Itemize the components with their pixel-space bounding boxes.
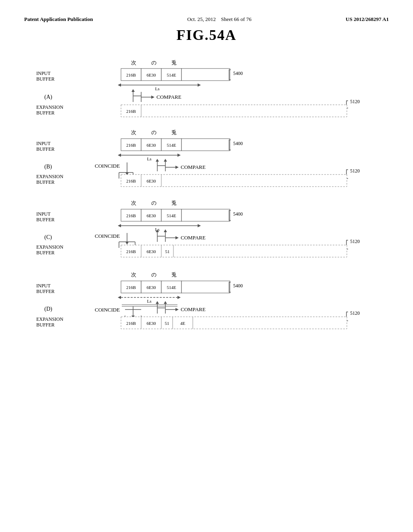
main-diagram: 次 の 兎 INPUT BUFFER 216B 6E30 514E 5400 L… (32, 56, 395, 523)
cell-216b-text-d: 216B (126, 285, 136, 290)
input-label-b: INPUT (36, 141, 51, 146)
header-sheet: Sheet 66 of 76 (221, 16, 251, 22)
compare-arrowhead-d (175, 308, 179, 311)
cell-6e30-text-b: 6E30 (146, 143, 156, 148)
compare-arrowhead-c (175, 236, 179, 239)
ls-arrow-left-a (118, 83, 121, 87)
compare-text-d: COMPARE (181, 306, 206, 312)
input-label-c: INPUT (36, 211, 51, 217)
exp-6e30-b: 6E30 (146, 179, 156, 183)
ref-5120-a: 5120 (350, 99, 360, 104)
exp-51-c: 51 (165, 249, 170, 254)
exp-label-b: EXPANSION (36, 174, 63, 179)
cell-empty-b (181, 139, 230, 151)
cell-6e30-text-c: 6E30 (146, 213, 156, 218)
jp-next-b: 次 (131, 129, 136, 135)
input-label-c2: BUFFER (36, 217, 54, 222)
jp-no-a: の (151, 60, 156, 66)
exp-label-d: EXPANSION (36, 316, 63, 322)
ref-5120-b: 5120 (350, 168, 360, 174)
ref-5120-d: 5120 (350, 310, 360, 316)
jp-next-d: 次 (131, 272, 136, 278)
cell-6e30-text-d: 6E30 (146, 285, 156, 290)
coincide-text-c: COINCIDE (95, 233, 120, 239)
jp-next-a: 次 (131, 60, 136, 66)
exp-label-c2: BUFFER (36, 250, 54, 256)
jp-no-b: の (151, 129, 156, 135)
header-date: Oct. 25, 2012 (187, 16, 216, 22)
jp-no-c: の (151, 200, 156, 206)
ls-arrow-left-c (118, 224, 121, 227)
exp-label-a: EXPANSION (36, 104, 63, 110)
exp-216b-d: 216B (126, 321, 136, 326)
input-label-d: INPUT (36, 283, 51, 289)
ref-5400-c: 5400 (233, 211, 243, 217)
ls-label-b: Ls (147, 156, 152, 161)
jp-usagi-a: 兎 (171, 60, 177, 66)
compare-up2-c (164, 229, 167, 232)
compare-text-a: COMPARE (156, 94, 181, 100)
jp-next-c: 次 (131, 200, 136, 206)
cell-216b-text-a: 216B (126, 73, 136, 77)
cell-empty-d (181, 281, 230, 293)
header-right: US 2012/268297 A1 (346, 16, 389, 23)
ls-arrow-right-a (198, 83, 201, 87)
compare-arrow-head-a (151, 96, 154, 99)
exp-216b-b: 216B (126, 179, 136, 183)
exp-label-b2: BUFFER (36, 179, 54, 185)
panel-label-a: (A) (44, 94, 52, 100)
cell-514e-text-c: 514E (167, 213, 176, 218)
cell-514e-text-b: 514E (167, 143, 176, 148)
ls-arrow-left-b (118, 154, 121, 157)
exp-label-d2: BUFFER (36, 322, 54, 328)
cell-empty-a (181, 69, 230, 81)
ls-arrow-right-b (177, 154, 181, 157)
coincide-down-c (125, 242, 129, 245)
figure-title: FIG.54A (24, 27, 389, 44)
panel-label-c: (C) (44, 234, 52, 241)
cell-514e-text-a: 514E (167, 73, 176, 77)
ls-arrow-left-d (118, 296, 121, 299)
jp-usagi-c: 兎 (171, 200, 177, 206)
cell-empty-c (181, 209, 230, 221)
panel-label-b: (B) (44, 164, 52, 170)
ref-5120-c: 5120 (350, 239, 360, 244)
header: Patent Application Publication Oct. 25, … (24, 16, 389, 23)
exp-6e30-d: 6E30 (146, 321, 156, 326)
coincide-text-d: COINCIDE (95, 307, 120, 313)
compare-text-c: COMPARE (181, 235, 206, 241)
cell-514e-text-d: 514E (167, 285, 176, 290)
compare-up-d (156, 301, 159, 304)
page: Patent Application Publication Oct. 25, … (0, 0, 413, 532)
header-left: Patent Application Publication (24, 16, 93, 23)
exp-216b-c: 216B (126, 249, 136, 254)
jp-usagi-b: 兎 (171, 129, 177, 135)
exp-6e30-c: 6E30 (146, 249, 156, 254)
ls-arrow-right-c (198, 224, 201, 227)
header-center: Oct. 25, 2012 Sheet 66 of 76 (187, 16, 251, 23)
compare-up-arrow-a (131, 89, 135, 92)
ref-5400-d: 5400 (233, 283, 243, 289)
exp-label-c: EXPANSION (36, 244, 63, 250)
compare-up-b (156, 159, 159, 162)
ls-arrow-right-d (177, 296, 181, 299)
cell-216b-text-b: 216B (126, 143, 136, 148)
input-buffer-label-a2: BUFFER (36, 76, 54, 82)
cell-216b-text-c: 216B (126, 213, 136, 218)
exp-51-d: 51 (165, 321, 169, 326)
exp-label-a2: BUFFER (36, 110, 54, 116)
jp-usagi-d: 兎 (171, 272, 177, 278)
compare-up2-b (164, 159, 167, 162)
input-label-b2: BUFFER (36, 146, 54, 152)
input-buffer-label-a: INPUT (36, 71, 51, 76)
compare-up2-d (164, 301, 167, 304)
panel-label-d: (D) (44, 306, 52, 312)
exp-216b-a: 216B (126, 109, 136, 114)
exp-4e-d: 4E (180, 321, 186, 326)
coincide-text-b: COINCIDE (95, 163, 120, 169)
exp-box-a (121, 105, 347, 117)
jp-no-d: の (151, 272, 156, 278)
ls-label-d: Ls (147, 299, 152, 303)
ref-5400-b: 5400 (233, 141, 243, 146)
ls-label-a: Ls (155, 86, 160, 91)
